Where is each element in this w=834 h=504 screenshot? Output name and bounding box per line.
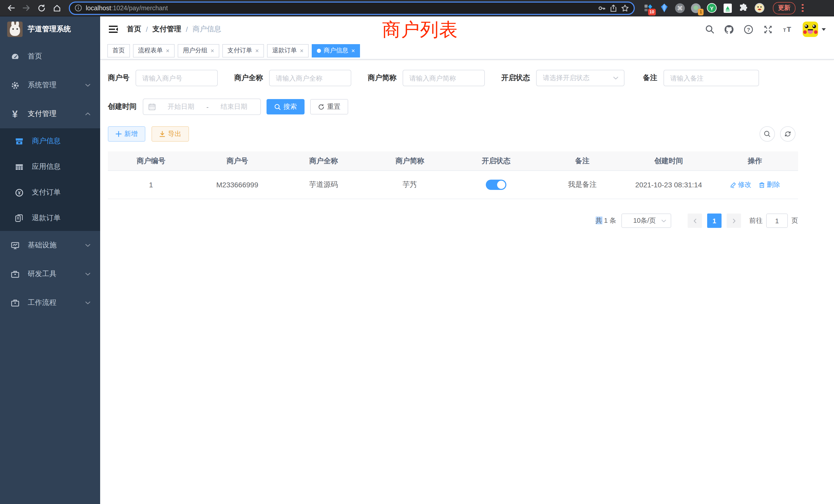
reload-icon[interactable] [35,1,48,15]
sidebar-item-label: 首页 [28,52,91,61]
app-logo-bar[interactable]: 芋道管理系统 [0,17,100,42]
column-header: 备注 [539,156,626,165]
sidebar-item-home[interactable]: 首页 [0,42,100,71]
font-size-icon[interactable]: TT [783,25,793,34]
sidebar-item-refund-order[interactable]: 退款订单 [0,205,100,231]
add-button-label: 新增 [124,129,138,139]
sidebar-item-label: 支付管理 [28,109,76,118]
close-icon[interactable]: × [351,47,355,54]
extension-doc-icon[interactable] [723,3,733,13]
column-header: 开启状态 [453,156,539,165]
goto-label: 前往 [749,216,763,225]
tab-user-group[interactable]: 用户分组× [178,44,219,57]
address-bar[interactable]: localhost:1024/pay/merchant [69,1,635,15]
page-size-select[interactable]: 10条/页 [621,213,671,228]
url-path: :1024/pay/merchant [111,4,168,12]
calendar-icon [148,103,156,110]
delete-link[interactable]: 删除 [759,180,780,189]
navbar: 首页 / 支付管理 / 商户信息 ? [100,17,834,42]
breadcrumb-pay[interactable]: 支付管理 [153,25,181,34]
breadcrumb-current: 商户信息 [193,25,221,34]
export-button[interactable]: 导出 [152,126,189,142]
app-frame: 芋道管理系统 首页 系统管理 ¥ 支付管理 [0,17,834,504]
active-tab-dot [317,48,321,53]
tab-home[interactable]: 首页 [107,44,130,57]
field-label: 商户全称 [234,73,263,83]
site-info-icon[interactable] [74,4,82,12]
goto-page-input[interactable] [766,213,788,228]
chevron-down-icon [661,218,666,224]
sidebar-item-system[interactable]: 系统管理 [0,71,100,99]
extension-y-icon[interactable]: Y [707,3,717,13]
breadcrumb-home[interactable]: 首页 [127,25,141,34]
status-toggle-on[interactable] [486,180,506,190]
create-time-range-picker[interactable]: 开始日期 - 结束日期 [143,98,261,115]
prev-page-button[interactable] [688,213,702,228]
sidebar-item-pay-order[interactable]: ¥ 支付订单 [0,180,100,205]
share-icon[interactable] [610,4,617,12]
breadcrumb: 首页 / 支付管理 / 商户信息 [127,25,221,34]
bookmark-star-icon[interactable] [621,4,629,12]
sidebar-item-app-info[interactable]: 应用信息 [0,154,100,180]
chevron-right-icon [731,218,737,224]
cell-remark: 我是备注 [539,180,626,189]
total-prefix: 共 [595,216,602,224]
sidebar-item-label: 退款订单 [32,213,61,223]
close-icon[interactable]: × [211,47,214,54]
github-icon[interactable] [724,24,734,34]
reset-button[interactable]: 重置 [310,99,348,114]
add-button[interactable]: 新增 [108,126,145,142]
tab-merchant-info[interactable]: 商户信息× [312,44,360,57]
document-copy-icon [14,214,24,222]
sidebar-item-pay[interactable]: ¥ 支付管理 [0,99,100,128]
forward-icon[interactable] [20,1,33,15]
field-label: 商户简称 [368,73,396,83]
full-name-input[interactable] [269,70,351,86]
fullscreen-icon[interactable] [763,24,773,34]
browser-menu-icon[interactable] [802,4,804,12]
extension-command-icon[interactable]: ⌘ [675,3,685,13]
page-content: 商户号 商户全称 商户简称 开启状态 请选择开启状态 备注 [100,60,798,228]
sidebar-fold-icon[interactable] [108,25,118,34]
field-label: 备注 [643,73,657,83]
extension-pin-icon[interactable]: 1 [691,3,701,13]
svg-text:T: T [787,25,791,33]
breadcrumb-separator: / [186,25,188,33]
password-key-icon[interactable] [598,4,606,12]
extension-balloon-icon[interactable] [659,3,669,13]
sidebar-item-workflow[interactable]: 工作流程 [0,289,100,317]
status-select[interactable]: 请选择开启状态 [536,70,624,86]
browser-update-button[interactable]: 更新 [773,2,795,14]
back-icon[interactable] [4,1,18,15]
cell-full-name: 芋道源码 [280,180,367,189]
refresh-table-button[interactable] [780,126,795,142]
sidebar-item-merchant-info[interactable]: 商户信息 [0,128,100,154]
extension-blocks-icon[interactable]: 10 [643,3,653,13]
tab-process-form[interactable]: 流程表单× [133,44,175,57]
page-number-1[interactable]: 1 [707,213,722,228]
help-icon[interactable]: ? [744,24,753,34]
home-icon[interactable] [50,1,64,15]
start-date-placeholder: 开始日期 [160,102,202,111]
close-icon[interactable]: × [255,47,259,54]
sidebar-item-dev-tools[interactable]: 研发工具 [0,260,100,289]
edit-link[interactable]: 修改 [730,180,751,189]
tab-refund-order[interactable]: 退款订单× [267,44,309,57]
close-icon[interactable]: × [300,47,304,54]
remark-input[interactable] [663,70,759,86]
extension-emoji-icon[interactable] [754,3,765,13]
search-button[interactable]: 搜索 [266,99,305,114]
extensions-puzzle-icon[interactable] [739,3,749,13]
close-icon[interactable]: × [166,47,170,54]
search-icon[interactable] [705,25,714,34]
user-avatar-menu[interactable] [803,22,826,37]
tab-pay-order[interactable]: 支付订单× [222,44,264,57]
short-name-input[interactable] [403,70,485,86]
merchant-no-input[interactable] [136,70,218,86]
sidebar-item-label: 基础设施 [28,241,76,250]
table-tools [760,126,795,142]
hide-search-button[interactable] [760,126,775,142]
next-page-button[interactable] [727,213,741,228]
sidebar-item-infra[interactable]: 基础设施 [0,231,100,260]
field-label: 商户号 [108,73,129,83]
